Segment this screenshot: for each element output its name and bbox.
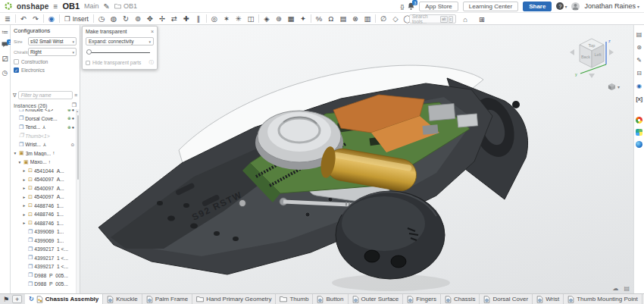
document-tab-chassis-assembly[interactable]: ↻Chassis Assembly [25,293,103,304]
hide-icon[interactable]: ● [72,125,74,130]
document-tab-thumb-mounting-point[interactable]: Thumb Mounting Point [564,294,642,304]
fix-icon[interactable]: ⊕ [67,116,71,121]
view-cube[interactable]: Top Back Left z y [564,34,620,83]
tool-search-input[interactable]: Search tools...altc [409,14,456,24]
filter-icon[interactable]: ∇ [13,92,17,99]
document-tab-outer-surface[interactable]: Outer Surface [349,294,404,304]
render-mode-icon[interactable]: ▤ [624,285,630,292]
isolate-selection-icon[interactable]: ❒ [72,102,77,108]
app-lifecycle-icon[interactable] [636,117,642,124]
expand-icon[interactable]: ▸ [22,195,27,199]
restore-icon[interactable]: ◷ [95,14,108,24]
instance-row[interactable]: ▸⊡4488746_1... [11,219,80,228]
shortcuts-grid-icon[interactable]: ⊞ [476,14,488,24]
instance-row[interactable]: ❐D988_P_005... [11,271,80,280]
instance-row[interactable]: ▾▣Maxo...ǃ [11,158,80,167]
document-tab-dorsal-cover[interactable]: Dorsal Cover [480,294,533,304]
instance-row[interactable]: ▸⊡4488746_1... [11,202,80,211]
user-menu[interactable]: Jonathan Raines▾ [584,2,639,10]
app-globe-icon[interactable] [636,141,642,148]
sync-status-icon[interactable]: ☁ [612,285,618,292]
insert-button[interactable]: ❐Insert [61,14,92,24]
document-tab-hand-primary-geometry[interactable]: Hand Primary Geometry [192,294,276,304]
chirality-select[interactable]: Right▾ [28,48,77,56]
instance-row[interactable]: ❐Tend...⅄⊕● [11,123,80,132]
view-cube-top-label[interactable]: Top [589,43,596,48]
tab-manager-icon[interactable]: ⚑ [3,296,9,303]
filter-input[interactable]: Filter by name [18,91,73,99]
electronics-checkbox[interactable]: ✓ Electronics [14,67,77,73]
structure-view-icon[interactable]: ≡ [74,92,77,98]
instance-row[interactable]: ❐D988_P_005... [11,280,80,289]
replicate-icon[interactable]: ⊚ [132,14,144,24]
instance-row[interactable]: ▸⊡4541044_A... [11,167,80,176]
hide-icon[interactable]: ● [72,116,74,121]
fastened-mate-icon[interactable]: ✢ [156,14,168,24]
workspace-name[interactable]: Main [84,2,99,10]
instance-row[interactable]: ▸⊡4540097_A... [11,184,80,193]
fix-icon[interactable]: ⊕ [67,125,71,130]
expand-icon[interactable]: ▸ [22,203,27,208]
help-menu[interactable]: ?▾ [556,2,567,10]
app-store-button[interactable]: App Store [419,2,458,11]
expand-icon[interactable]: ▸ [22,177,27,182]
share-button[interactable]: Share [523,2,552,11]
explode-view-icon[interactable]: ✶ [220,14,233,24]
gear-relation-icon[interactable]: ⊛ [273,14,285,24]
layers-icon[interactable]: ▤ [337,14,349,24]
instance-row[interactable]: ❐4399217_1 <... [11,254,80,263]
viewport-3d[interactable]: S92 RSTW [80,25,633,293]
expand-icon[interactable]: ▸ [22,186,27,190]
view-cube-right-label[interactable]: Left [594,52,602,57]
onshape-logo-icon[interactable] [5,2,12,10]
anchor-icon[interactable]: Ω [325,14,337,24]
orient-sphere-icon[interactable]: ◍ [108,14,120,24]
edit-in-context-icon[interactable]: ◉ [45,14,58,24]
measure-icon[interactable]: ∅ [377,14,389,24]
instance-row[interactable]: ❐Dorsal Cove...⊕● [11,114,80,124]
instance-row[interactable]: ❐4399217_1 <... [11,262,80,271]
collapse-icon[interactable]: ▾ [17,160,22,165]
planar-mate-icon[interactable]: ✚ [180,14,192,24]
instance-row[interactable]: ❐4399217_1 <... [11,245,80,254]
expand-icon[interactable]: ▸ [22,212,27,217]
help-sphere-icon[interactable]: ◉ [636,83,642,90]
documentation-icon[interactable]: ⌂ [459,14,471,24]
rotate-instance-icon[interactable]: ↻ [120,14,132,24]
new-tab-button[interactable]: + [12,295,22,303]
instance-row[interactable]: ▸⊡4540097_A... [11,193,80,202]
document-tab-wrist[interactable]: Wrist [533,294,564,304]
instance-row[interactable]: ❐4399069_1... [11,237,80,246]
app-cam-icon[interactable] [636,129,642,136]
info-icon[interactable]: ⓘ [149,59,155,66]
parallel-mate-icon[interactable]: ∥ [192,14,205,24]
instance-row[interactable]: ▸⊡4540097_A... [11,175,80,184]
instance-row[interactable]: ▾▣3m Magn...ǃ [11,149,80,158]
document-tab-thumb[interactable]: Thumb [276,294,313,304]
history-tab-icon[interactable]: ◷ [2,69,8,77]
code-icon[interactable]: {;} [401,4,404,9]
bom-table-icon[interactable]: ▦ [285,14,297,24]
move-instance-icon[interactable]: ✥ [144,14,156,24]
document-menu-icon[interactable]: ≡ [54,2,58,11]
transparency-slider[interactable] [86,49,153,55]
configurations-tab-icon[interactable]: ≔ [2,28,8,36]
instance-row[interactable]: ❐Thumb<1> [11,132,80,141]
size-select[interactable]: s92 Small Wrist▾ [28,37,77,45]
scale-tool-icon[interactable]: % [313,14,325,24]
expand-icon[interactable]: ▸ [22,168,27,173]
pattern-icon[interactable]: ✦ [297,14,309,24]
construction-checkbox[interactable]: Construction [14,59,77,64]
document-tab-chassis[interactable]: Chassis [441,294,480,304]
expand-icon[interactable]: ▸ [22,221,27,225]
view-cube-left-label[interactable]: Back [581,55,590,59]
toggle-instances-panel-icon[interactable]: ≣ [2,14,14,24]
folder-chip[interactable]: OB1 [114,2,137,10]
origin-marker[interactable] [239,200,246,207]
appearance-tab-icon[interactable]: ⚂ [2,55,8,63]
comments-tab-icon[interactable]: 1 [2,42,8,49]
document-tab-knuckle[interactable]: Knuckle [103,294,142,304]
rename-icon[interactable]: ✎ [104,2,110,11]
undo-icon[interactable]: ↶ [17,14,30,24]
frame-icon[interactable]: ▥ [361,14,374,24]
